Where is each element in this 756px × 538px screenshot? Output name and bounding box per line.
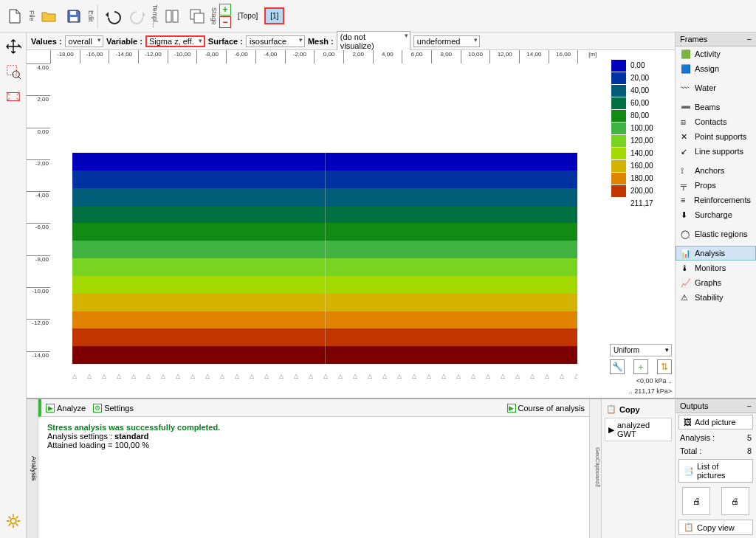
zoom-window-tool[interactable] bbox=[2, 61, 24, 83]
save-button[interactable] bbox=[62, 3, 86, 30]
center-line bbox=[325, 153, 326, 364]
stage-buttons: + − bbox=[219, 4, 231, 28]
add-picture-button[interactable]: 🖼Add picture bbox=[678, 415, 753, 430]
stage-remove-button[interactable]: − bbox=[219, 16, 231, 28]
frame-item-contacts[interactable]: ⧇Contacts bbox=[676, 114, 756, 129]
analysis-settings-button[interactable]: ⚙Settings bbox=[93, 404, 134, 413]
left-tool-strip bbox=[0, 32, 27, 538]
redo-button[interactable] bbox=[126, 3, 150, 30]
legend-range-button[interactable]: ⇅ bbox=[657, 359, 672, 374]
values-dropdown[interactable]: overall bbox=[65, 35, 103, 47]
frame-item-reinforcements[interactable]: ≡Reinforcements bbox=[676, 193, 756, 207]
legend-range-low: <0,00 kPa .. bbox=[610, 377, 672, 384]
stage-add-button[interactable]: + bbox=[219, 4, 231, 15]
outputs-panel: Outputs− 🖼Add picture Analysis :5 Total … bbox=[675, 398, 756, 538]
color-legend: 0,0020,0040,0060,0080,00100,00120,00140,… bbox=[607, 50, 675, 398]
template-button[interactable] bbox=[160, 3, 184, 30]
support-triangles: △△△△△△△△△△△△△△△△△△△△△△△△△△△△△△△△△△△△△△△△… bbox=[72, 373, 578, 383]
frame-item-point-supports[interactable]: ✕Point supports bbox=[676, 129, 756, 144]
analyze-button[interactable]: ▶Analyze bbox=[46, 404, 86, 413]
frame-item-monitors[interactable]: 🌡Monitors bbox=[676, 261, 756, 275]
outputs-title: Outputs− bbox=[676, 399, 756, 413]
copy-title: 📋Copy bbox=[605, 402, 672, 416]
print-color-button[interactable]: 🖨 bbox=[721, 487, 749, 515]
stage-1-tab[interactable]: [1] bbox=[264, 7, 284, 24]
frame-item-activity[interactable]: 🟩Activity bbox=[676, 46, 756, 61]
frame-item-elastic-regions[interactable]: ◯Elastic regions bbox=[676, 227, 756, 241]
open-file-button[interactable] bbox=[37, 3, 61, 30]
y-ruler: 4,002,000,00-2,00-4,00-6,00-8,00-10,00-1… bbox=[27, 63, 50, 383]
visualization-canvas[interactable]: -18,00-16,00-14,00-12,00-10,00-8,00-6,00… bbox=[27, 50, 607, 398]
outputs-minimize-button[interactable]: − bbox=[747, 401, 752, 410]
svg-rect-6 bbox=[7, 66, 16, 75]
display-options-bar: Values : overall Variable : Sigma z, eff… bbox=[27, 32, 675, 50]
edit-label: Edit bbox=[87, 10, 94, 22]
frame-item-surcharge[interactable]: ⬇Surcharge bbox=[676, 207, 756, 222]
analysis-tab-label: Analysis bbox=[27, 399, 38, 538]
file-label: File bbox=[28, 10, 35, 21]
frame-item-water[interactable]: 〰Water bbox=[676, 80, 756, 95]
svg-rect-3 bbox=[173, 10, 178, 22]
variable-label: Variable : bbox=[106, 37, 142, 46]
legend-range-high: .. 211,17 kPa> bbox=[610, 387, 672, 395]
svg-rect-0 bbox=[70, 11, 76, 15]
frame-item-stability[interactable]: ⚠Stability bbox=[676, 290, 756, 305]
mesh-dropdown[interactable]: (do not visualize) bbox=[337, 31, 410, 52]
templ-label: Templ... bbox=[151, 4, 159, 28]
frames-title: Frames− bbox=[676, 32, 756, 46]
frame-item-assign[interactable]: 🟦Assign bbox=[676, 61, 756, 76]
stage-label: Stage bbox=[210, 7, 218, 25]
frames-minimize-button[interactable]: − bbox=[747, 35, 752, 44]
analysis-panel: Analysis ▶Analyze ⚙Settings ▶Course of a… bbox=[27, 398, 675, 538]
svg-rect-2 bbox=[166, 10, 171, 22]
chart-body: △△△△△△△△△△△△△△△△△△△△△△△△△△△△△△△△△△△△△△△△… bbox=[50, 63, 599, 383]
mesh-label: Mesh : bbox=[308, 37, 334, 46]
stage-topo-tab[interactable]: [Topo] bbox=[233, 8, 263, 24]
print-button[interactable]: 🖨 bbox=[682, 487, 710, 515]
analysis-success-msg: Stress analysis was successfully complet… bbox=[47, 423, 580, 432]
variable-dropdown[interactable]: Sigma z, eff. bbox=[145, 35, 205, 47]
analysis-output: Stress analysis was successfully complet… bbox=[38, 417, 589, 538]
frame-item-anchors[interactable]: ⟟Anchors bbox=[676, 163, 756, 178]
frame-item-beams[interactable]: ➖Beams bbox=[676, 100, 756, 114]
frame-item-props[interactable]: ╤Props bbox=[676, 178, 756, 193]
copy-view-button[interactable]: 📋Copy view bbox=[678, 520, 753, 535]
values-label: Values : bbox=[31, 37, 62, 46]
legend-wrench-button[interactable]: 🔧 bbox=[610, 359, 625, 374]
undo-button[interactable] bbox=[101, 3, 125, 30]
settings-gear-button[interactable] bbox=[2, 510, 24, 532]
copy-picture-button[interactable] bbox=[185, 3, 209, 30]
x-ruler: -18,00-16,00-14,00-12,00-10,00-8,00-6,00… bbox=[50, 50, 607, 63]
list-of-pictures-button[interactable]: 📑List of pictures bbox=[678, 459, 753, 483]
copy-analyzed-gwt-button[interactable]: ▶analyzed GWT bbox=[605, 418, 672, 441]
frame-item-line-supports[interactable]: ↙Line supports bbox=[676, 144, 756, 159]
frame-item-analysis[interactable]: 📊Analysis bbox=[676, 246, 756, 261]
geoclipboard-label: GeoClipboard™ bbox=[589, 399, 601, 538]
deform-dropdown[interactable]: undeformed bbox=[413, 35, 480, 47]
copy-panel: 📋Copy ▶analyzed GWT bbox=[601, 399, 675, 538]
frames-panel: Frames− 🟩Activity🟦Assign〰Water➖Beams⧇Con… bbox=[675, 32, 756, 398]
svg-rect-1 bbox=[70, 17, 78, 21]
pan-tool[interactable] bbox=[2, 35, 24, 58]
course-of-analysis-button[interactable]: ▶Course of analysis bbox=[507, 404, 585, 413]
legend-plus-button[interactable]: ＋ bbox=[633, 359, 648, 374]
surface-dropdown[interactable]: isosurface bbox=[246, 35, 305, 47]
svg-rect-8 bbox=[7, 93, 19, 101]
zoom-extents-tool[interactable] bbox=[2, 86, 24, 108]
svg-rect-5 bbox=[194, 13, 204, 23]
frame-item-graphs[interactable]: 📈Graphs bbox=[676, 275, 756, 290]
svg-point-9 bbox=[10, 518, 16, 523]
surface-label: Surface : bbox=[208, 37, 243, 46]
legend-mode-dropdown[interactable]: Uniform bbox=[610, 344, 672, 356]
new-file-button[interactable] bbox=[3, 3, 27, 30]
main-toolbar: File Edit Templ... Stage + − [Topo] [1] bbox=[0, 0, 756, 32]
